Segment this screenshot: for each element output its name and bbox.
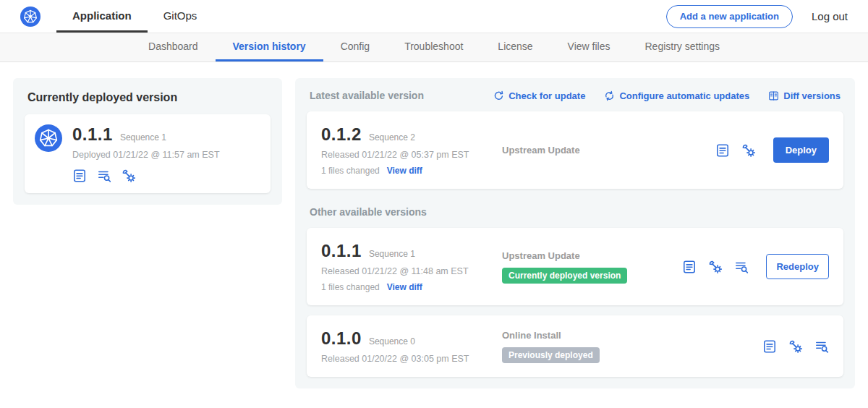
refresh-icon [493,90,504,101]
config-icon[interactable] [122,169,136,183]
subnav-label: View files [568,41,610,52]
version-number: 0.1.2 [321,124,362,145]
logout-button[interactable]: Log out [812,10,848,22]
redeploy-button[interactable]: Redeploy [766,254,829,279]
currently-deployed-panel: Currently deployed version 0.1.1 Sequenc… [13,78,282,205]
release-notes-icon[interactable] [682,260,697,274]
release-notes-icon[interactable] [72,169,87,183]
configure-updates-label: Configure automatic updates [619,90,749,101]
version-info: 0.1.2 Sequence 2 Released 01/21/22 @ 05:… [321,124,502,176]
subnav-item-version-history[interactable]: Version history [216,33,323,61]
app-tabs: Application GitOps [56,0,213,33]
release-row-latest: 0.1.2 Sequence 2 Released 01/21/22 @ 05:… [307,111,843,189]
deployed-actions [72,169,260,183]
files-changed-label: 1 files changed [321,282,380,292]
subnav-item-dashboard[interactable]: Dashboard [131,33,216,61]
deployment-logs-icon[interactable] [734,260,749,274]
previously-deployed-badge: Previously deployed [502,347,600,363]
release-row-0-1-1: 0.1.1 Sequence 1 Released 01/21/22 @ 11:… [307,228,843,305]
version-info: 0.1.1 Sequence 1 Released 01/21/22 @ 11:… [321,241,502,292]
top-bar: Application GitOps Add a new application… [0,0,868,33]
diff-icon [768,90,779,101]
sequence-label: Sequence 0 [369,336,415,347]
panel-head: Latest available version Check for updat… [307,90,843,101]
subnav-item-config[interactable]: Config [323,33,387,61]
released-date: Released 01/21/22 @ 05:37 pm EST [321,150,502,160]
view-diff-link[interactable]: View diff [387,166,422,176]
source-label: Online Install [502,330,748,341]
check-for-update-label: Check for update [509,90,585,101]
tab-gitops[interactable]: GitOps [148,0,213,33]
subnav-label: License [498,41,532,52]
subnav-item-view-files[interactable]: View files [550,33,628,61]
version-history-panel: Latest available version Check for updat… [295,78,855,388]
subnav-item-troubleshoot[interactable]: Troubleshoot [387,33,480,61]
tab-application[interactable]: Application [56,0,148,33]
tab-gitops-label: GitOps [163,9,197,22]
deployed-date: Deployed 01/21/22 @ 11:57 am EST [72,150,220,160]
files-changed-label: 1 files changed [321,166,380,176]
add-application-button[interactable]: Add a new application [666,5,793,28]
tab-application-label: Application [72,9,132,22]
subnav-label: Dashboard [148,41,198,52]
version-actions [762,339,829,354]
deployed-panel-title: Currently deployed version [25,90,271,104]
deployment-logs-icon[interactable] [814,339,829,354]
sub-nav: Dashboard Version history Config Trouble… [0,33,868,62]
subnav-item-license[interactable]: License [480,33,550,61]
subnav-label: Version history [233,41,306,52]
deployed-sequence-label: Sequence 1 [120,132,166,143]
version-number: 0.1.0 [321,328,362,349]
currently-deployed-badge: Currently deployed version [502,268,627,284]
version-source: Upstream Update [502,145,708,156]
deployment-logs-icon[interactable] [97,169,111,183]
sequence-label: Sequence 2 [369,132,415,143]
subnav-label: Troubleshoot [404,41,463,52]
subnav-label: Config [341,41,370,52]
release-notes-icon[interactable] [715,143,730,158]
source-label: Upstream Update [502,250,668,261]
version-source: Online Install Previously deployed [502,330,755,363]
diff-versions-link[interactable]: Diff versions [768,90,841,101]
view-diff-link[interactable]: View diff [387,282,422,292]
version-actions: Redeploy [682,254,829,279]
config-icon[interactable] [741,143,756,158]
latest-available-title: Latest available version [310,90,424,101]
config-icon[interactable] [708,260,723,274]
panel-head-actions: Check for update Configure automatic upd… [493,90,841,101]
check-for-update-link[interactable]: Check for update [493,90,585,101]
diff-versions-label: Diff versions [783,90,841,101]
deployed-version-card: 0.1.1 Sequence 1 Deployed 01/21/22 @ 11:… [25,114,271,193]
release-row-0-1-0: 0.1.0 Sequence 0 Released 01/20/22 @ 03:… [307,315,843,377]
version-info: 0.1.0 Sequence 0 Released 01/20/22 @ 03:… [321,328,502,364]
sequence-label: Sequence 1 [369,249,415,259]
source-label: Upstream Update [502,145,701,156]
version-source: Upstream Update Currently deployed versi… [502,250,675,284]
version-number: 0.1.1 [321,241,362,261]
version-actions: Deploy [715,137,829,163]
deploy-button[interactable]: Deploy [773,137,829,163]
main-content: Currently deployed version 0.1.1 Sequenc… [0,62,868,404]
released-date: Released 01/20/22 @ 03:05 pm EST [321,354,502,364]
subnav-label: Registry settings [645,41,720,52]
deployed-version-number: 0.1.1 [72,124,113,145]
kubernetes-logo-icon [20,7,41,27]
release-notes-icon[interactable] [762,339,777,354]
app-logo-icon [35,124,62,152]
other-versions-title: Other available versions [307,206,843,218]
config-icon[interactable] [788,339,803,354]
configure-automatic-updates-link[interactable]: Configure automatic updates [604,90,749,101]
subnav-item-registry-settings[interactable]: Registry settings [628,33,737,61]
auto-update-icon [604,90,615,101]
released-date: Released 01/21/22 @ 11:48 am EST [321,266,502,276]
